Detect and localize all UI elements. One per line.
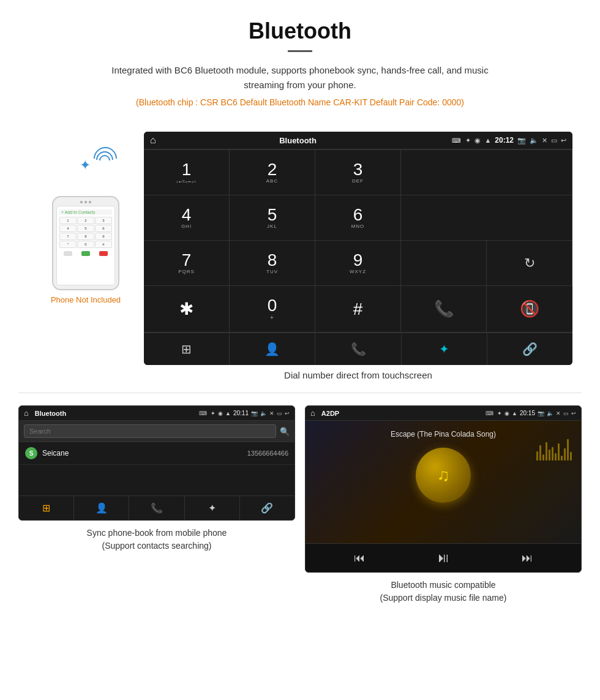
dial-refresh-button[interactable]: ↻ [487, 241, 572, 286]
eq-bar-12 [570, 452, 572, 461]
signal-arc-3 [89, 142, 122, 175]
dial-call-red[interactable]: 📵 [487, 286, 572, 333]
phone-dot-2 [84, 201, 87, 203]
pb-home-icon[interactable]: ⌂ [24, 408, 29, 418]
music-back-icon[interactable]: ↩ [571, 410, 576, 416]
phone-key-star[interactable]: * [59, 241, 77, 248]
page-header: Bluetooth Integrated with BC6 Bluetooth … [0, 0, 600, 126]
pb-cam-icon[interactable]: 📷 [251, 410, 258, 416]
pb-contact-name: Seicane [42, 449, 242, 457]
phone-key-9[interactable]: 9 [95, 233, 112, 240]
music-vol-icon[interactable]: 🔈 [547, 410, 553, 416]
music-item: ⌂ A2DP ⌨ ✦ ◉ ▲ 20:15 📷 🔈 ✕ ▭ ↩ Escape (T… [305, 405, 582, 604]
page-description: Integrated with BC6 Bluetooth module, su… [92, 63, 508, 92]
pb-win-icon[interactable]: ▭ [277, 410, 282, 416]
eq-bar-11 [567, 439, 569, 461]
phone-key-0[interactable]: 0 [77, 241, 94, 248]
pb-nav-bt[interactable]: ✦ [185, 496, 240, 520]
dial-key-2[interactable]: 2 ABC [230, 150, 315, 195]
phone-key-7[interactable]: 7 [59, 233, 77, 240]
dial-key-6[interactable]: 6 MNO [315, 195, 401, 241]
music-eq-visualizer [536, 439, 572, 461]
music-content: Escape (The Pina Colada Song) ♫ [306, 421, 581, 543]
pb-contact-letter: S [25, 447, 37, 459]
phone-key-2[interactable]: 2 [77, 217, 94, 224]
music-x-icon[interactable]: ✕ [556, 410, 561, 416]
pb-back-icon[interactable]: ↩ [285, 410, 290, 416]
pb-nav-link[interactable]: 🔗 [240, 496, 294, 520]
phone-btn-green[interactable] [81, 251, 90, 256]
pb-nav-dialpad[interactable]: ⊞ [19, 496, 74, 520]
music-home-icon[interactable]: ⌂ [310, 408, 315, 418]
dial-key-hash[interactable]: # [315, 286, 401, 333]
phone-device: + Add to Contacts 1 2 3 4 5 6 7 8 9 * 0 … [52, 196, 119, 290]
pb-search-input[interactable] [24, 424, 276, 438]
phone-key-4[interactable]: 4 [59, 225, 77, 232]
phone-dot [80, 201, 83, 203]
music-caption-line1: Bluetooth music compatible [391, 580, 495, 590]
nav-link[interactable]: 🔗 [487, 333, 572, 365]
pb-title: Bluetooth [35, 410, 66, 417]
main-section: ✦ + Add to Contacts 1 2 3 4 5 6 7 [0, 126, 600, 393]
eq-bar-8 [558, 443, 560, 461]
nav-phone[interactable]: 📞 [315, 333, 401, 365]
eq-bar-1 [536, 451, 538, 461]
dial-key-star[interactable]: ✱ [144, 286, 230, 333]
dial-key-4[interactable]: 4 GHI [144, 195, 230, 241]
pb-contact-phone: 13566664466 [247, 450, 288, 457]
pb-search-row: 🔍 [19, 421, 294, 442]
nav-bluetooth[interactable]: ✦ [402, 333, 487, 365]
dial-empty-3 [401, 241, 487, 286]
music-caption-line2: (Support display music file name) [380, 593, 507, 603]
eq-bar-9 [561, 456, 563, 461]
phone-key-1[interactable]: 1 [59, 217, 77, 224]
music-controls: ⏮ ⏯ ⏭ [306, 543, 581, 572]
nav-dialpad[interactable]: ⊞ [144, 333, 230, 365]
phone-btn-red[interactable] [99, 251, 108, 256]
pb-nav-person[interactable]: 👤 [74, 496, 129, 520]
music-prev-button[interactable]: ⏮ [354, 552, 365, 565]
eq-bar-3 [542, 454, 544, 461]
music-caption: Bluetooth music compatible (Support disp… [305, 579, 582, 604]
music-status-right: ✦ ◉ ▲ 20:15 📷 🔈 ✕ ▭ ↩ [497, 410, 576, 416]
eq-bar-7 [555, 453, 557, 461]
volume-icon[interactable]: 🔈 [530, 137, 538, 145]
title-divider [288, 50, 312, 52]
status-bar: ⌂ Bluetooth ⌨ ✦ ◉ ▲ 20:12 📷 🔈 ✕ ▭ ↩ [144, 132, 572, 149]
pb-contact-row[interactable]: S Seicane 13566664466 [19, 442, 294, 465]
close-icon[interactable]: ✕ [542, 137, 547, 145]
pb-vol-icon[interactable]: 🔈 [260, 410, 267, 416]
row-divider [18, 393, 582, 393]
music-screen: ⌂ A2DP ⌨ ✦ ◉ ▲ 20:15 📷 🔈 ✕ ▭ ↩ Escape (T… [305, 405, 582, 573]
nav-contacts[interactable]: 👤 [230, 333, 315, 365]
dial-empty-2 [401, 195, 572, 241]
bluetooth-status-icon: ✦ [465, 137, 471, 145]
phone-key-hash[interactable]: # [95, 241, 112, 248]
phone-key-6[interactable]: 6 [95, 225, 112, 232]
music-win-icon[interactable]: ▭ [563, 410, 569, 416]
pb-status-right: ✦ ◉ ▲ 20:11 📷 🔈 ✕ ▭ ↩ [211, 410, 290, 416]
pb-bt-icon: ✦ [211, 410, 216, 416]
phone-key-3[interactable]: 3 [95, 217, 112, 224]
phone-key-8[interactable]: 8 [77, 233, 94, 240]
pb-search-icon[interactable]: 🔍 [280, 427, 290, 436]
back-icon[interactable]: ↩ [561, 137, 566, 145]
phone-key-5[interactable]: 5 [77, 225, 94, 232]
pb-x-icon[interactable]: ✕ [269, 410, 274, 416]
dial-key-1[interactable]: 1 ᵥₒᵢcₑₘₐᵢₗ [144, 150, 230, 195]
dial-key-9[interactable]: 9 WXYZ [315, 241, 401, 286]
dial-key-3[interactable]: 3 DEF [315, 150, 401, 195]
window-icon[interactable]: ▭ [551, 137, 557, 145]
dial-key-8[interactable]: 8 TUV [230, 241, 315, 286]
camera-icon[interactable]: 📷 [517, 137, 526, 145]
dial-key-0[interactable]: 0 + [230, 286, 315, 333]
pb-time: 20:11 [233, 410, 249, 416]
dial-key-5[interactable]: 5 JKL [230, 195, 315, 241]
music-next-button[interactable]: ⏭ [522, 552, 533, 565]
phone-top-bar [56, 201, 115, 203]
pb-nav-phone[interactable]: 📞 [129, 496, 184, 520]
dial-key-7[interactable]: 7 PQRS [144, 241, 230, 286]
music-cam-icon[interactable]: 📷 [538, 410, 544, 416]
dial-call-green[interactable]: 📞 [401, 286, 487, 333]
music-play-pause-button[interactable]: ⏯ [437, 550, 450, 566]
